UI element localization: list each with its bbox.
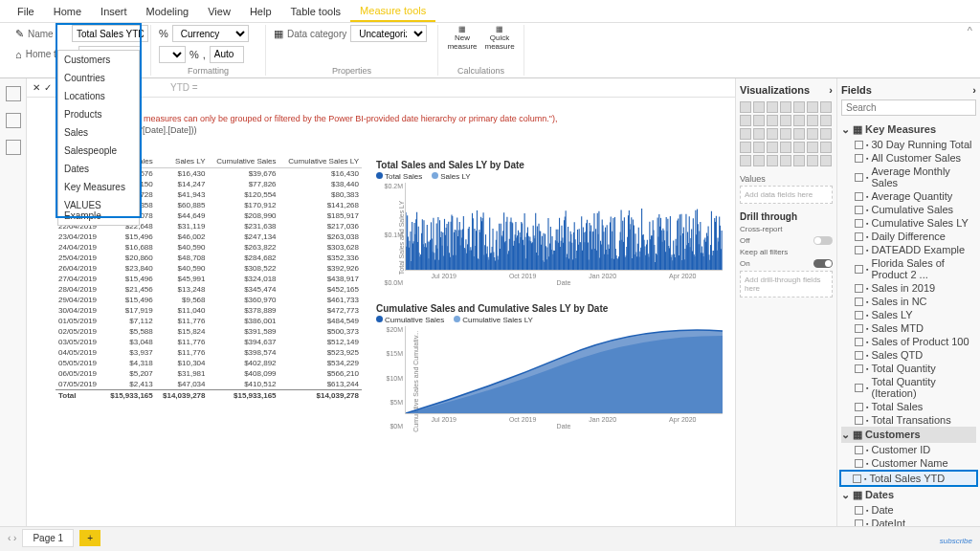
table-row[interactable]: 06/05/2019$5,207$31,981$408,099$566,210 (56, 368, 362, 379)
drill-through-well[interactable]: Add drill-through fields here (740, 271, 833, 298)
table-row[interactable]: 03/05/2019$3,048$11,776$394,637$512,149 (56, 337, 362, 347)
values-field-well[interactable]: Add data fields here (740, 186, 833, 204)
field-item[interactable]: ▪Total Quantity (Iteration) (841, 375, 976, 400)
field-item[interactable]: ▪DATEADD Example (841, 243, 976, 256)
chevron-right-icon[interactable]: › (829, 84, 833, 96)
table-row[interactable]: 01/05/2019$7,112$11,776$386,001$484,549 (56, 316, 362, 326)
viz-type-icon[interactable] (793, 142, 805, 153)
field-item[interactable]: ▪DateInt (841, 517, 976, 526)
currency-symbol-select[interactable]: $ (159, 46, 186, 63)
viz-type-icon[interactable] (767, 128, 778, 140)
viz-type-icon[interactable] (820, 155, 832, 166)
menu-insert[interactable]: Insert (91, 2, 137, 21)
table-row[interactable]: 27/04/2019$15,496$45,991$324,018$438,917 (56, 274, 362, 284)
menu-home[interactable]: Home (44, 2, 91, 21)
dropdown-option[interactable]: Key Measures (58, 178, 139, 196)
formula-editor[interactable]: ED'Dates'[Date]), ime intelligence quick… (56, 98, 727, 140)
menu-modeling[interactable]: Modeling (137, 2, 199, 21)
viz-type-icon[interactable] (807, 155, 818, 166)
viz-type-icon[interactable] (753, 155, 765, 166)
dropdown-option[interactable]: Customers (58, 51, 139, 69)
viz-type-icon[interactable] (740, 115, 751, 126)
viz-type-icon[interactable] (767, 155, 778, 166)
field-item[interactable]: ▪Total Quantity (841, 362, 976, 375)
chevron-right-icon[interactable]: › (972, 84, 976, 96)
field-item[interactable]: ▪Sales of Product 100 (841, 335, 976, 348)
viz-type-icon[interactable] (793, 155, 805, 166)
percent-button[interactable]: % (189, 49, 199, 60)
menu-help[interactable]: Help (240, 2, 281, 21)
dropdown-option[interactable]: Locations (58, 87, 139, 105)
field-item[interactable]: ▪Florida Sales of Product 2 ... (841, 256, 976, 281)
field-item[interactable]: ▪Total Sales YTD (839, 470, 978, 487)
table-row[interactable]: 05/05/2019$4,318$10,304$402,892$534,229 (56, 358, 362, 368)
field-table-header[interactable]: ⌄ ▦ Customers (841, 427, 976, 443)
menu-view[interactable]: View (198, 2, 240, 21)
viz-type-icon[interactable] (780, 142, 791, 153)
menu-measure-tools[interactable]: Measure tools (350, 1, 435, 22)
viz-type-icon[interactable] (820, 128, 832, 140)
viz-type-icon[interactable] (807, 101, 818, 113)
keep-filters-toggle[interactable] (813, 259, 833, 268)
viz-type-icon[interactable] (753, 101, 765, 113)
area-chart-visual[interactable]: Cumulative Sales and Cumulative Sales LY… (371, 298, 727, 434)
table-row[interactable]: 23/04/2019$15,496$46,002$247,134$263,038 (56, 231, 362, 242)
dropdown-option[interactable]: Countries (58, 69, 139, 87)
table-row[interactable]: 26/04/2019$23,840$40,590$308,522$392,926 (56, 263, 362, 274)
viz-type-icon[interactable] (820, 101, 832, 113)
table-row[interactable]: 29/04/2019$15,496$9,568$360,970$461,733 (56, 295, 362, 305)
field-item[interactable]: ▪Cumulative Sales (841, 203, 976, 216)
table-row[interactable]: 28/04/2019$21,456$13,248$345,474$452,165 (56, 284, 362, 295)
viz-type-icon[interactable] (753, 128, 765, 140)
dropdown-option[interactable]: Salespeople (58, 142, 139, 160)
column-chart-visual[interactable]: Total Sales and Sales LY by Date Total S… (371, 155, 727, 291)
add-page-button[interactable]: + (79, 530, 100, 546)
dropdown-option[interactable]: Dates (58, 160, 139, 178)
ribbon-collapse-icon[interactable]: ^ (968, 25, 972, 36)
field-item[interactable]: ▪30 Day Running Total (841, 138, 976, 151)
menu-table-tools[interactable]: Table tools (281, 2, 351, 21)
viz-type-icon[interactable] (780, 155, 791, 166)
viz-type-icon[interactable] (807, 142, 818, 153)
field-item[interactable]: ▪Sales in 2019 (841, 281, 976, 295)
field-item[interactable]: ▪Average Monthly Sales (841, 165, 976, 189)
viz-type-icon[interactable] (753, 115, 765, 126)
field-item[interactable]: ▪All Customer Sales (841, 151, 976, 165)
field-item[interactable]: ▪Average Quantity (841, 189, 976, 203)
field-table-header[interactable]: ⌄ ▦ Key Measures (841, 121, 976, 138)
quick-measure-button[interactable]: ▦Quick measure (485, 25, 515, 51)
dropdown-option[interactable]: Products (58, 105, 139, 123)
viz-type-icon[interactable] (820, 142, 832, 153)
dropdown-option[interactable]: Sales (58, 123, 139, 142)
model-view-icon[interactable] (6, 140, 21, 155)
data-view-icon[interactable] (6, 113, 21, 128)
field-table-header[interactable]: ⌄ ▦ Dates (841, 487, 976, 503)
dropdown-option[interactable]: VALUES Example (58, 196, 139, 225)
viz-type-icon[interactable] (740, 128, 751, 140)
viz-type-icon[interactable] (740, 155, 751, 166)
data-category-select[interactable]: Uncategorized (350, 25, 427, 42)
viz-type-icon[interactable] (767, 115, 778, 126)
field-item[interactable]: ▪Total Transations (841, 413, 976, 427)
format-select[interactable]: Currency (172, 25, 249, 42)
field-item[interactable]: ▪Sales in NC (841, 295, 976, 308)
viz-type-icon[interactable] (740, 142, 751, 153)
report-view-icon[interactable] (6, 86, 21, 101)
formula-close-icon[interactable]: ✕ (33, 82, 40, 93)
viz-type-icon[interactable] (740, 101, 751, 113)
table-row[interactable]: 30/04/2019$17,919$11,040$378,889$472,773 (56, 305, 362, 316)
table-row[interactable]: 24/04/2019$16,688$40,590$263,822$303,628 (56, 242, 362, 253)
viz-type-icon[interactable] (793, 128, 805, 140)
viz-type-icon[interactable] (767, 101, 778, 113)
field-item[interactable]: ▪Sales QTD (841, 348, 976, 362)
comma-button[interactable]: , (203, 49, 206, 60)
field-item[interactable]: ▪Total Sales (841, 400, 976, 413)
table-row[interactable]: 04/05/2019$3,937$11,776$398,574$523,925 (56, 347, 362, 358)
table-row[interactable]: 25/04/2019$20,860$48,708$284,682$352,336 (56, 253, 362, 263)
viz-type-icon[interactable] (807, 115, 818, 126)
viz-type-icon[interactable] (807, 128, 818, 140)
viz-type-icon[interactable] (767, 142, 778, 153)
visualization-gallery[interactable] (740, 101, 833, 166)
measure-name-input[interactable] (72, 25, 148, 42)
viz-type-icon[interactable] (820, 115, 832, 126)
